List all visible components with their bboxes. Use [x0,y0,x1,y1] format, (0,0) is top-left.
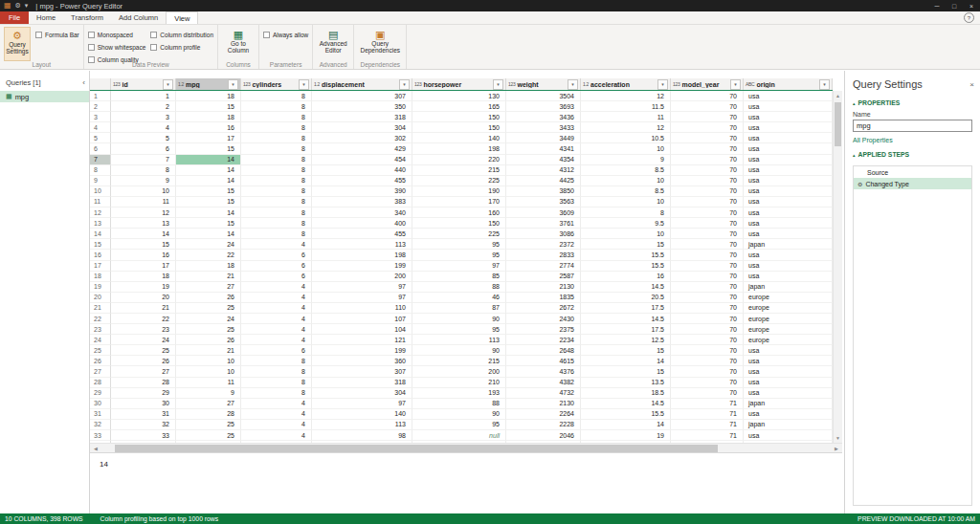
grid-cell[interactable]: 318 [312,112,412,122]
grid-cell[interactable]: 9 [581,155,671,165]
row-number[interactable]: 30 [90,399,111,409]
filter-icon[interactable]: ▾ [730,79,741,90]
row-number[interactable]: 16 [90,250,111,260]
settings-icon[interactable]: ⚙ [15,2,21,10]
grid-cell[interactable]: 6 [241,261,312,272]
grid-cell[interactable]: 4 [241,314,312,324]
grid-cell[interactable]: 27 [176,282,241,293]
grid-cell[interactable]: 170 [412,197,506,207]
grid-cell[interactable]: 24 [176,314,241,324]
grid-cell[interactable]: 28 [111,378,176,388]
grid-cell[interactable]: 121 [312,335,412,345]
row-number[interactable]: 15 [90,239,111,250]
grid-cell[interactable]: 14.5 [581,282,671,293]
grid-cell[interactable]: 15.5 [581,250,671,260]
grid-cell[interactable]: 70 [671,133,744,143]
grid-cell[interactable]: usa [744,430,833,441]
row-number[interactable]: 29 [90,388,111,399]
grid-cell[interactable]: 8 [241,366,312,377]
grid-cell[interactable]: 383 [312,197,412,207]
grid-cell[interactable]: 98 [312,430,412,441]
row-number[interactable]: 14 [90,229,111,239]
grid-cell[interactable]: 390 [312,186,412,197]
grid-cell[interactable]: 18 [176,261,241,272]
grid-cell[interactable]: 2774 [506,261,581,272]
column-header-mpg[interactable]: 1.2mpg▾ [176,78,241,90]
column-header-acceleration[interactable]: 1.2acceleration▾ [581,78,671,90]
grid-cell[interactable]: usa [744,133,833,143]
grid-cell[interactable]: 350 [312,101,412,112]
grid-cell[interactable]: 27 [176,399,241,409]
grid-cell[interactable]: 150 [412,122,506,133]
query-name-input[interactable] [853,120,972,132]
grid-cell[interactable]: 225 [412,176,506,186]
row-number[interactable]: 31 [90,409,111,420]
grid-cell[interactable]: 70 [671,207,744,218]
grid-cell[interactable]: 4 [241,399,312,409]
grid-cell[interactable]: 88 [412,399,506,409]
column-header-id[interactable]: 123id▾ [111,78,176,90]
row-number[interactable]: 23 [90,324,111,335]
grid-cell[interactable]: usa [744,186,833,197]
grid-cell[interactable]: 97 [312,399,412,409]
grid-cell[interactable]: 2264 [506,409,581,420]
grid-cell[interactable]: 15 [111,239,176,250]
grid-cell[interactable]: usa [744,165,833,176]
grid-cell[interactable]: 455 [312,176,412,186]
grid-cell[interactable]: 6 [241,272,312,282]
grid-cell[interactable]: 8 [241,356,312,366]
grid-cell[interactable]: 70 [671,272,744,282]
grid-cell[interactable]: 455 [312,229,412,239]
grid-cell[interactable]: 2375 [506,324,581,335]
grid-cell[interactable]: 90 [412,345,506,356]
filter-icon[interactable]: ▾ [299,79,309,90]
grid-cell[interactable]: 3850 [506,186,581,197]
grid-cell[interactable]: 3563 [506,197,581,207]
go-to-column-button[interactable]: ▦ Go to Column [222,27,255,61]
grid-cell[interactable]: 97 [312,293,412,303]
row-number[interactable]: 5 [90,133,111,143]
grid-cell[interactable]: 4312 [506,165,581,176]
grid-cell[interactable]: 2372 [506,239,581,250]
grid-cell[interactable]: usa [744,409,833,420]
grid-cell[interactable]: 440 [312,165,412,176]
grid-cell[interactable]: 4341 [506,143,581,154]
grid-cell[interactable]: 15 [176,101,241,112]
horizontal-scrollbar[interactable]: ◀ ▶ [90,443,842,452]
grid-cell[interactable]: europe [744,324,833,335]
grid-cell[interactable]: 16 [111,250,176,260]
filter-icon[interactable]: ▾ [399,79,410,90]
grid-cell[interactable]: 13.5 [581,378,671,388]
column-header-origin[interactable]: ABCorigin▾ [744,78,833,90]
grid-cell[interactable]: 8 [241,143,312,154]
grid-cell[interactable]: 10 [176,356,241,366]
grid-cell[interactable]: 14 [176,165,241,176]
qat-dropdown-icon[interactable]: ▾ [25,2,29,10]
grid-cell[interactable]: 17.5 [581,303,671,314]
grid-cell[interactable]: 454 [312,155,412,165]
grid-cell[interactable]: 14 [111,229,176,239]
grid-cell[interactable]: 304 [312,388,412,399]
grid-cell[interactable]: 70 [671,112,744,122]
grid-cell[interactable]: 12.5 [581,335,671,345]
filter-icon[interactable]: ▾ [493,79,503,90]
grid-cell[interactable]: 25 [176,420,241,430]
grid-cell[interactable]: 70 [671,378,744,388]
query-item-mpg[interactable]: ▦mpg [0,91,89,102]
grid-cell[interactable]: 15 [176,143,241,154]
grid-cell[interactable]: 29 [111,388,176,399]
grid-cell[interactable]: 18.5 [581,388,671,399]
grid-cell[interactable]: 8 [241,122,312,133]
column-type-icon[interactable]: 123 [673,81,679,87]
grid-cell[interactable]: 8 [241,186,312,197]
grid-cell[interactable]: 3436 [506,112,581,122]
grid-cell[interactable]: 8 [241,155,312,165]
grid-cell[interactable]: 8 [111,165,176,176]
grid-cell[interactable]: 8 [241,176,312,186]
row-number[interactable]: 13 [90,218,111,229]
row-number[interactable]: 10 [90,186,111,197]
close-button[interactable]: × [963,0,980,11]
grid-cell[interactable]: 6 [241,345,312,356]
grid-cell[interactable]: 23 [111,324,176,335]
grid-cell[interactable]: 25 [176,303,241,314]
